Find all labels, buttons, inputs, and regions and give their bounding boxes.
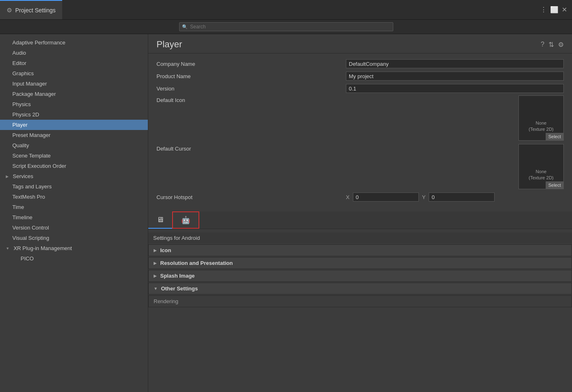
sidebar-item-script-execution-order[interactable]: Script Execution Order <box>0 161 148 171</box>
sidebar-item-label: Time <box>12 204 24 210</box>
sidebar-item-label: Visual Scripting <box>12 235 49 241</box>
main-layout: Adaptive PerformanceAudioEditorGraphicsI… <box>0 34 572 392</box>
sidebar-item-textmesh-pro[interactable]: TextMesh Pro <box>0 192 148 202</box>
sidebar-item-audio[interactable]: Audio <box>0 48 148 58</box>
sidebar-item-quality[interactable]: Quality <box>0 140 148 151</box>
sidebar-item-label: Audio <box>12 50 26 56</box>
default-cursor-row: Default Cursor None(Texture 2D) Select <box>156 144 564 189</box>
resolution-section-arrow: ▶ <box>154 261 157 265</box>
other-section-header[interactable]: ▼ Other Settings <box>148 283 572 295</box>
platform-tab-desktop[interactable]: 🖥 <box>148 211 172 229</box>
hotspot-fields: X Y <box>346 193 495 202</box>
version-input[interactable] <box>346 84 564 93</box>
settings-icon: ⚙ <box>7 7 12 14</box>
company-name-row: Company Name <box>156 58 564 69</box>
default-cursor-texture: None(Texture 2D) Select <box>518 144 564 189</box>
y-label: Y <box>422 194 426 200</box>
default-cursor-texture-label: None(Texture 2D) <box>519 169 563 181</box>
version-label: Version <box>156 86 346 92</box>
splash-section-label: Splash Image <box>160 273 195 279</box>
sidebar-item-pico[interactable]: PICO <box>0 253 148 264</box>
default-icon-texture: None(Texture 2D) Select <box>518 95 564 141</box>
sidebar-item-label: Editor <box>12 60 26 66</box>
close-icon[interactable]: ✕ <box>562 6 567 14</box>
hotspot-y-input[interactable] <box>429 193 495 202</box>
cursor-hotspot-row: Cursor Hotspot X Y <box>156 193 564 202</box>
title-bar-tab: ⚙ Project Settings <box>0 0 62 19</box>
sidebar-item-physics[interactable]: Physics <box>0 99 148 109</box>
resolution-section-header[interactable]: ▶ Resolution and Presentation <box>148 257 572 269</box>
page-title: Player <box>156 39 541 50</box>
rendering-subsection: Rendering <box>148 295 572 307</box>
other-section-label: Other Settings <box>161 285 198 292</box>
content-area: Player ? ⇅ ⚙ Company Name Product Name V… <box>148 34 572 392</box>
x-label: X <box>346 194 350 200</box>
sidebar-item-services[interactable]: ▶Services <box>0 171 148 181</box>
sidebar-item-player[interactable]: Player <box>0 120 148 130</box>
platform-tab-android[interactable]: 🤖 <box>172 211 199 229</box>
sidebar-item-label: PICO <box>21 255 34 262</box>
default-icon-label: Default Icon <box>156 95 346 103</box>
platform-tabs: 🖥 🤖 <box>148 211 572 229</box>
title-bar: ⚙ Project Settings ⋮ ⬜ ✕ <box>0 0 572 20</box>
sidebar-item-label: Graphics <box>12 70 34 77</box>
monitor-icon: 🖥 <box>156 216 164 224</box>
sidebar-item-tags-and-layers[interactable]: Tags and Layers <box>0 181 148 192</box>
layout-icon[interactable]: ⇅ <box>549 41 554 49</box>
default-cursor-label: Default Cursor <box>156 144 346 152</box>
sidebar-item-label: Package Manager <box>12 91 56 97</box>
default-icon-row: Default Icon None(Texture 2D) Select <box>156 95 564 141</box>
gear-icon[interactable]: ⚙ <box>558 41 564 49</box>
cursor-hotspot-label: Cursor Hotspot <box>156 194 346 200</box>
hotspot-x-input[interactable] <box>353 193 419 202</box>
sidebar-item-label: Script Execution Order <box>12 163 66 169</box>
sidebar-item-input-manager[interactable]: Input Manager <box>0 79 148 89</box>
maximize-icon[interactable]: ⬜ <box>550 6 558 14</box>
icon-section-label: Icon <box>160 247 171 253</box>
sidebar-item-label: Physics <box>12 101 31 107</box>
sidebar-arrow-icon: ▶ <box>6 174 9 179</box>
resolution-section-label: Resolution and Presentation <box>160 260 233 266</box>
sidebar-item-label: Scene Template <box>12 153 51 159</box>
splash-section-header[interactable]: ▶ Splash Image <box>148 270 572 282</box>
sidebar-item-label: Version Control <box>12 225 49 231</box>
form-area: Company Name Product Name Version Defaul… <box>148 53 572 211</box>
sidebar-item-label: Timeline <box>12 214 33 220</box>
splash-section-arrow: ▶ <box>154 274 157 278</box>
window-title: Project Settings <box>15 7 56 14</box>
sidebar-item-label: XR Plug-in Management <box>14 245 72 251</box>
icon-section-header[interactable]: ▶ Icon <box>148 244 572 256</box>
sidebar-item-timeline[interactable]: Timeline <box>0 212 148 223</box>
sidebar-item-editor[interactable]: Editor <box>0 58 148 68</box>
content-header: Player ? ⇅ ⚙ <box>148 34 572 53</box>
default-cursor-select-btn[interactable]: Select <box>546 181 563 189</box>
sidebar-item-label: Tags and Layers <box>12 183 51 190</box>
more-options-icon[interactable]: ⋮ <box>540 6 547 14</box>
help-icon[interactable]: ? <box>541 41 544 48</box>
sidebar: Adaptive PerformanceAudioEditorGraphicsI… <box>0 34 148 392</box>
sidebar-item-label: Physics 2D <box>12 111 39 118</box>
sidebar-item-visual-scripting[interactable]: Visual Scripting <box>0 233 148 243</box>
sidebar-item-label: Quality <box>12 142 29 148</box>
company-name-input[interactable] <box>346 59 564 68</box>
android-settings-label: Settings for Android <box>148 232 572 244</box>
default-icon-select-btn[interactable]: Select <box>546 133 563 140</box>
company-name-label: Company Name <box>156 61 346 67</box>
default-icon-texture-label: None(Texture 2D) <box>519 120 563 132</box>
sidebar-item-graphics[interactable]: Graphics <box>0 68 148 79</box>
sidebar-item-preset-manager[interactable]: Preset Manager <box>0 130 148 140</box>
sidebar-item-scene-template[interactable]: Scene Template <box>0 151 148 161</box>
sidebar-item-time[interactable]: Time <box>0 202 148 212</box>
sidebar-item-package-manager[interactable]: Package Manager <box>0 89 148 99</box>
sidebar-item-label: Input Manager <box>12 81 47 87</box>
product-name-input[interactable] <box>346 72 564 81</box>
window-controls: ⋮ ⬜ ✕ <box>540 6 567 14</box>
sidebar-item-physics-2d[interactable]: Physics 2D <box>0 109 148 120</box>
search-input[interactable] <box>179 22 393 31</box>
sidebar-item-version-control[interactable]: Version Control <box>0 223 148 233</box>
sidebar-item-label: Adaptive Performance <box>12 39 65 46</box>
sidebar-item-adaptive-performance[interactable]: Adaptive Performance <box>0 37 148 48</box>
version-row: Version <box>156 83 564 94</box>
sidebar-item-xr-plug-in-management[interactable]: ▼XR Plug-in Management <box>0 243 148 253</box>
other-section-arrow: ▼ <box>154 286 158 291</box>
